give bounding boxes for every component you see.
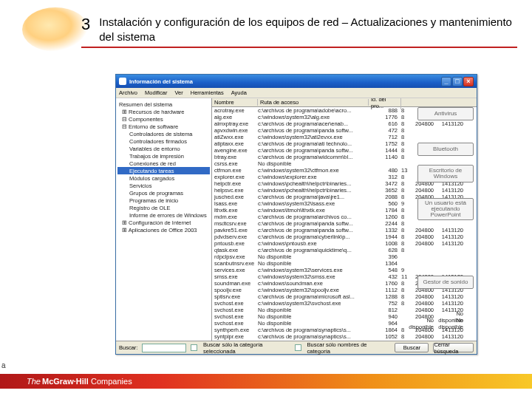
minimize-button[interactable]: _	[441, 77, 451, 86]
search-label: Buscar:	[119, 344, 137, 351]
system-info-window: Información del sistema _ □ × Archivo Mo…	[115, 74, 477, 355]
process-row[interactable]: apvxdwin.exec:\archivos de programa\pand…	[212, 127, 477, 134]
callout-label: Gestor de sonido	[417, 276, 474, 289]
callout-label: Escritorio de Windows	[417, 165, 474, 183]
clear-search-button[interactable]: Cerrar búsqueda	[433, 343, 474, 352]
close-button[interactable]: ×	[463, 77, 474, 86]
menubar: Archivo Modificar Ver Herramientas Ayuda	[116, 88, 477, 98]
page-letter: a	[1, 361, 6, 369]
callout-label: Antivirus	[417, 107, 474, 120]
window-title: Información del sistema	[129, 78, 193, 85]
tree-panel: Resumen del sistema⊞ Recursos de hardwar…	[116, 98, 212, 341]
tree-item[interactable]: Controladores de sistema	[117, 130, 210, 137]
tree-item[interactable]: ⊟ Componentes	[117, 115, 210, 123]
tree-item[interactable]: ⊞ Aplicaciones de Office 2003	[117, 226, 210, 233]
checkbox-names[interactable]	[295, 344, 301, 351]
tree-item[interactable]: Grupos de programas	[117, 189, 210, 197]
tree-item[interactable]: Variables de entorno	[117, 145, 210, 152]
tree-item[interactable]: Registro de OLE	[117, 204, 210, 211]
footer: The McGraw·Hill Companies	[0, 374, 532, 389]
process-row[interactable]: rdpclpsv.exeNo disponible396	[212, 253, 477, 260]
process-row[interactable]: pavkre51.exec:\archivos de programa\pand…	[212, 227, 477, 233]
menu-item[interactable]: Modificar	[145, 89, 167, 96]
menu-item[interactable]: Ayuda	[231, 89, 247, 96]
search-input[interactable]	[142, 344, 186, 352]
process-row[interactable]: almxptray.exec:\archivos de programa\ace…	[212, 120, 477, 127]
chk1-label: Buscar sólo la categoría seleccionada	[203, 341, 290, 355]
tree-item[interactable]: Controladores firmados	[117, 137, 210, 145]
tree-item[interactable]: ⊞ Recursos de hardware	[117, 108, 210, 115]
process-row[interactable]: scanbutnsrv.exeNo disponible1364	[212, 260, 477, 267]
menu-item[interactable]: Archivo	[119, 89, 137, 96]
tree-item[interactable]: Módulos cargados	[117, 174, 210, 182]
process-row[interactable]: msdtcsrv.exec:\archivos de programa\pand…	[212, 220, 477, 227]
process-row[interactable]: sptisrv.exec:\archivos de programa\micro…	[212, 293, 477, 300]
app-icon	[119, 78, 126, 85]
menu-item[interactable]: Ver	[174, 89, 183, 96]
tree-item[interactable]: Trabajos de impresión	[117, 152, 210, 160]
tree-item[interactable]: Resumen del sistema	[117, 100, 210, 108]
process-row[interactable]: helpsvc.exec:\windows\pchealth\helpctr\b…	[212, 187, 477, 194]
tree-item[interactable]: Informe de errores de Windows	[117, 211, 210, 219]
chapter-header: 3 Instalación y configuración de los equ…	[81, 15, 517, 48]
maximize-button[interactable]: □	[452, 77, 463, 86]
titlebar[interactable]: Información del sistema _ □ ×	[116, 75, 477, 88]
chk2-label: Buscar sólo nombres de categoría	[307, 341, 386, 355]
col-name[interactable]: Nombre	[212, 99, 258, 106]
process-row[interactable]: qtask.exec:\archivos de programa\quickti…	[212, 247, 477, 253]
search-button[interactable]: Buscar	[395, 343, 429, 352]
tree-item[interactable]: Servicios	[117, 182, 210, 189]
chapter-number: 3	[81, 15, 90, 34]
process-row[interactable]: services.exec:\windows\system32\services…	[212, 267, 477, 273]
tree-item[interactable]: Programas de inicio	[117, 197, 210, 204]
brand-name: McGraw·Hill Companies	[42, 377, 132, 386]
callout-label: Bluetooth	[417, 143, 474, 156]
decorative-swirl	[22, 7, 89, 52]
process-row[interactable]: pntousb.exec:\windows\pntousb.exe1008820…	[212, 240, 477, 247]
brand-italic: The	[27, 377, 41, 386]
main-panel: Nombre Ruta de acceso Id. del pro... acr…	[212, 98, 477, 341]
checkbox-category[interactable]	[191, 344, 197, 351]
tree-item[interactable]: Ejecutando tareas	[117, 167, 210, 174]
column-headers: Nombre Ruta de acceso Id. del pro...	[212, 98, 477, 107]
process-row[interactable]: svchost.exeNo disponible964No disponible…	[212, 320, 477, 327]
search-bar: Buscar: Buscar sólo la categoría selecci…	[116, 341, 477, 354]
tree-item[interactable]: ⊟ Entorno de software	[117, 123, 210, 130]
process-row[interactable]: synthperh.exec:\archivos de programa\syn…	[212, 327, 477, 333]
process-row[interactable]: syntplpr.exec:\archivos de programa\syna…	[212, 333, 477, 340]
callout-label: Un usuario está ejecutando PowerPoint	[417, 198, 474, 220]
process-row[interactable]: svchost.exec:\windows\system32\svchost.e…	[212, 300, 477, 307]
menu-item[interactable]: Herramientas	[191, 89, 224, 96]
tree-item[interactable]: ⊞ Configuración de Internet	[117, 219, 210, 226]
process-row[interactable]: pdvdserv.exec:\archivos de programa\cybe…	[212, 233, 477, 240]
tree-item[interactable]: Conexiones de red	[117, 160, 210, 167]
chapter-title: Instalación y configuración de los equip…	[99, 15, 517, 44]
col-path[interactable]: Ruta de acceso	[258, 99, 369, 106]
process-row[interactable]: atiZwxx.exec:\windows\system32\ati2evxx.…	[212, 134, 477, 140]
